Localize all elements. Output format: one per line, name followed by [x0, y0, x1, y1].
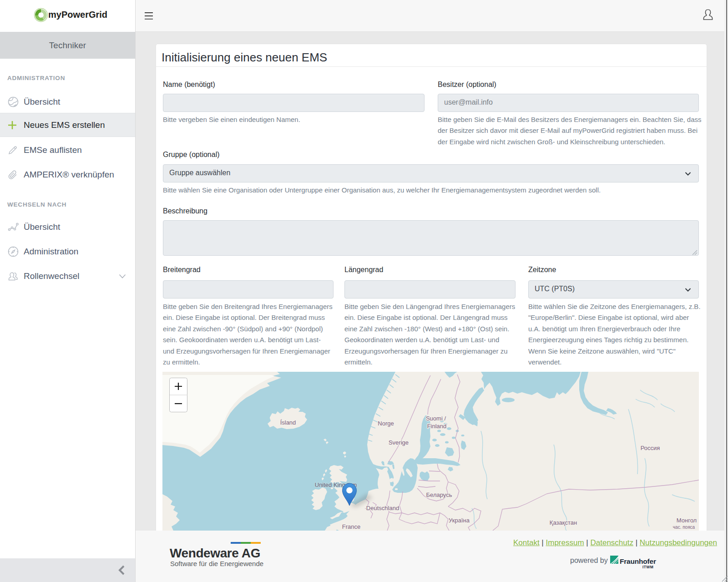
svg-text:Sverige: Sverige: [389, 439, 409, 446]
svg-text:Монгол: Монгол: [677, 517, 697, 524]
svg-text:час. пояса: час. пояса: [673, 525, 695, 530]
svg-text:Norge: Norge: [378, 420, 394, 427]
svg-text:Україна: Україна: [449, 517, 470, 524]
svg-text:France: France: [342, 523, 360, 530]
svg-text:Қазақстан: Қазақстан: [550, 519, 577, 526]
svg-text:Finland: Finland: [427, 423, 447, 430]
svg-text:Беларусь: Беларусь: [426, 491, 452, 498]
svg-text:Россия: Россия: [641, 445, 660, 451]
svg-text:Ísland: Ísland: [280, 419, 296, 426]
svg-text:Suomi /: Suomi /: [426, 415, 446, 422]
svg-text:Deutschland: Deutschland: [366, 505, 399, 511]
